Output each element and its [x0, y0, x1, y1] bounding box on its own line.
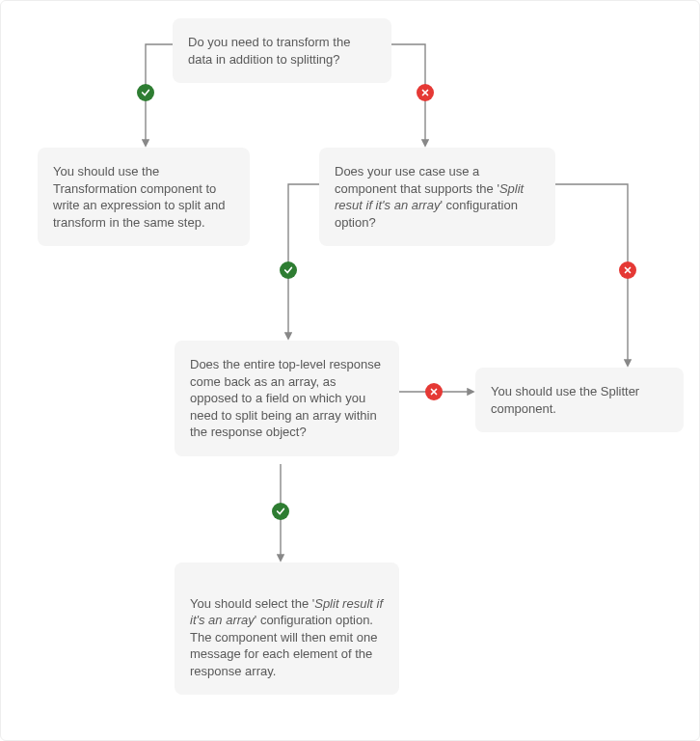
- decision-q2: Does your use case use a component that …: [319, 148, 555, 246]
- x-icon: [425, 383, 443, 400]
- svg-line-1: [423, 91, 428, 96]
- svg-line-4: [432, 390, 437, 395]
- x-icon: [417, 84, 434, 101]
- check-icon: [280, 261, 297, 279]
- terminal-a1: You should use the Transformation compon…: [38, 148, 250, 246]
- decision-q1: Do you need to transform the data in add…: [173, 18, 391, 83]
- check-icon: [137, 84, 154, 101]
- terminal-a2: You should use the Splitter component.: [475, 368, 684, 432]
- svg-line-3: [626, 268, 631, 273]
- node-text: Do you need to transform the data in add…: [188, 35, 350, 67]
- node-text: You should use the Splitter component.: [491, 384, 639, 416]
- node-text: Does the entire top-level response come …: [190, 357, 381, 439]
- decision-q3: Does the entire top-level response come …: [175, 341, 399, 456]
- check-icon: [272, 503, 289, 520]
- svg-line-2: [626, 268, 631, 273]
- x-icon: [619, 261, 636, 279]
- node-text-pre: You should select the ': [190, 596, 314, 611]
- node-text: You should use the Transformation compon…: [53, 164, 225, 230]
- node-text-pre: Does your use case use a component that …: [335, 164, 499, 196]
- terminal-a3: You should select the 'Split result if i…: [175, 563, 399, 695]
- svg-line-5: [432, 390, 437, 395]
- svg-line-0: [423, 91, 428, 96]
